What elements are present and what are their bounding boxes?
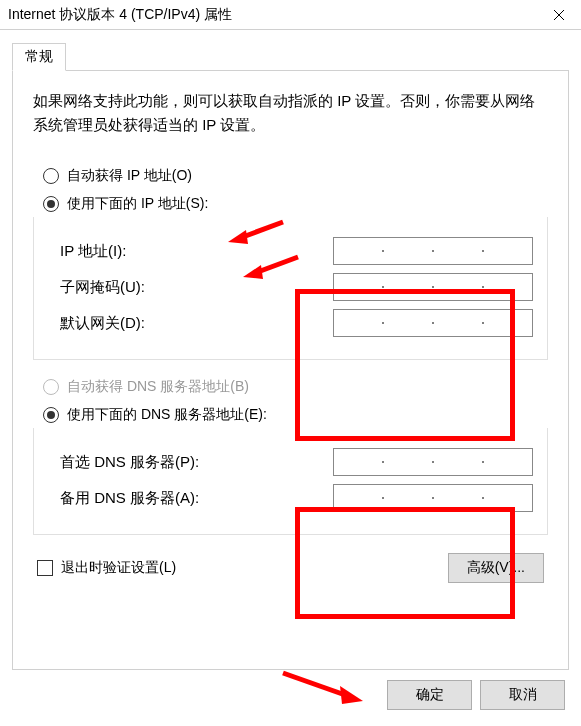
- checkbox-icon: [37, 560, 53, 576]
- window-title: Internet 协议版本 4 (TCP/IPv4) 属性: [8, 6, 232, 24]
- radio-icon: [43, 407, 59, 423]
- subnet-label: 子网掩码(U):: [48, 278, 145, 297]
- subnet-row: 子网掩码(U):: [48, 273, 533, 301]
- ip-address-label: IP 地址(I):: [48, 242, 126, 261]
- secondary-dns-label: 备用 DNS 服务器(A):: [48, 489, 199, 508]
- dns-manual-radio[interactable]: 使用下面的 DNS 服务器地址(E):: [43, 406, 548, 424]
- ip-field-group: IP 地址(I): 子网掩码(U): 默认网关(D):: [33, 217, 548, 360]
- ip-manual-label: 使用下面的 IP 地址(S):: [67, 195, 208, 213]
- ip-address-input[interactable]: [333, 237, 533, 265]
- radio-icon: [43, 379, 59, 395]
- advanced-button[interactable]: 高级(V)...: [448, 553, 544, 583]
- ip-auto-radio[interactable]: 自动获得 IP 地址(O): [43, 167, 548, 185]
- ok-button[interactable]: 确定: [387, 680, 472, 710]
- cancel-button[interactable]: 取消: [480, 680, 565, 710]
- dns-auto-radio: 自动获得 DNS 服务器地址(B): [43, 378, 548, 396]
- tab-general[interactable]: 常规: [12, 43, 66, 71]
- gateway-input[interactable]: [333, 309, 533, 337]
- validate-label: 退出时验证设置(L): [61, 559, 176, 577]
- radio-icon: [43, 168, 59, 184]
- ip-manual-radio[interactable]: 使用下面的 IP 地址(S):: [43, 195, 548, 213]
- primary-dns-label: 首选 DNS 服务器(P):: [48, 453, 199, 472]
- close-button[interactable]: [536, 0, 581, 30]
- dns-auto-label: 自动获得 DNS 服务器地址(B): [67, 378, 249, 396]
- title-bar: Internet 协议版本 4 (TCP/IPv4) 属性: [0, 0, 581, 30]
- description-text: 如果网络支持此功能，则可以获取自动指派的 IP 设置。否则，你需要从网络系统管理…: [33, 89, 548, 137]
- tab-header: 常规: [12, 42, 569, 70]
- secondary-dns-input[interactable]: [333, 484, 533, 512]
- validate-checkbox[interactable]: 退出时验证设置(L): [37, 559, 176, 577]
- gateway-row: 默认网关(D):: [48, 309, 533, 337]
- dns-manual-label: 使用下面的 DNS 服务器地址(E):: [67, 406, 267, 424]
- dns-field-group: 首选 DNS 服务器(P): 备用 DNS 服务器(A):: [33, 428, 548, 535]
- tab-panel: 如果网络支持此功能，则可以获取自动指派的 IP 设置。否则，你需要从网络系统管理…: [12, 70, 569, 670]
- bottom-row: 退出时验证设置(L) 高级(V)...: [33, 553, 548, 583]
- subnet-input[interactable]: [333, 273, 533, 301]
- primary-dns-row: 首选 DNS 服务器(P):: [48, 448, 533, 476]
- secondary-dns-row: 备用 DNS 服务器(A):: [48, 484, 533, 512]
- dialog-footer: 确定 取消: [0, 670, 581, 722]
- gateway-label: 默认网关(D):: [48, 314, 145, 333]
- dialog-body: 常规 如果网络支持此功能，则可以获取自动指派的 IP 设置。否则，你需要从网络系…: [0, 30, 581, 670]
- primary-dns-input[interactable]: [333, 448, 533, 476]
- ip-auto-label: 自动获得 IP 地址(O): [67, 167, 192, 185]
- radio-icon: [43, 196, 59, 212]
- close-icon: [553, 9, 565, 21]
- ip-address-row: IP 地址(I):: [48, 237, 533, 265]
